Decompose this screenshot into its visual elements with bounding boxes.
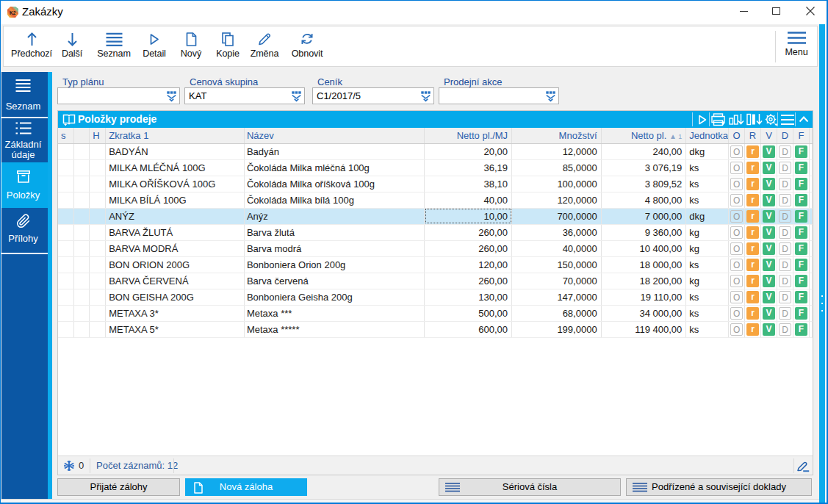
svg-text:K2: K2 xyxy=(10,10,16,15)
